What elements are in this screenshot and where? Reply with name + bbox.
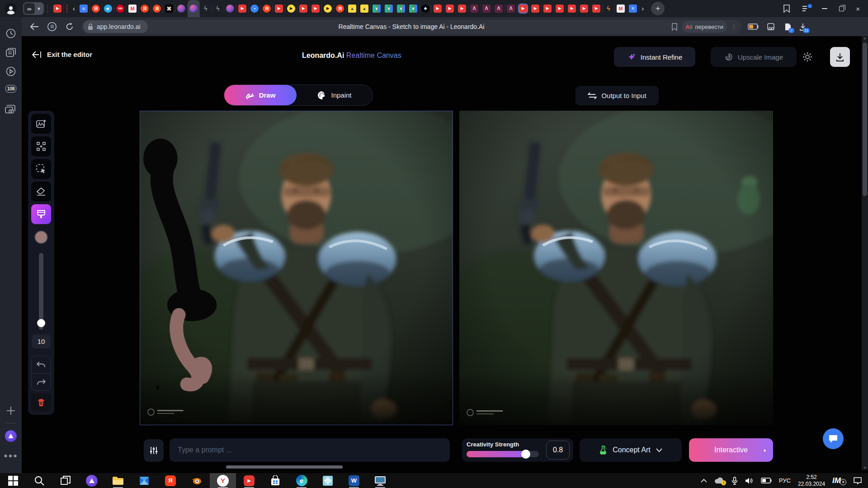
scroll-tabs-left-icon[interactable]: ‹	[73, 5, 75, 12]
tab-list[interactable]: ≡	[627, 0, 639, 17]
creativity-slider-thumb[interactable]	[521, 450, 530, 459]
tab-yt[interactable]: ▶	[310, 0, 322, 17]
inpaint-tab[interactable]: Inpaint	[297, 85, 373, 105]
taskbar-app-alice[interactable]	[79, 473, 105, 488]
taskbar-clock[interactable]: 2:52 22.03.2024	[798, 474, 825, 488]
clear-canvas-button[interactable]	[31, 394, 51, 412]
exit-editor-button[interactable]: Exit the editor	[32, 51, 92, 58]
tab-leo[interactable]	[224, 0, 236, 17]
battery-extension-icon[interactable]	[748, 23, 759, 30]
output-to-input-button[interactable]: Output to Input	[576, 86, 659, 105]
redo-button[interactable]	[31, 373, 51, 390]
tab-book[interactable]: ∨	[383, 0, 395, 17]
tab-yt[interactable]: ▶	[236, 0, 249, 17]
tab-lambda[interactable]: Λ	[493, 0, 505, 17]
brush-size-slider[interactable]	[39, 253, 43, 330]
support-chat-button[interactable]	[823, 428, 844, 449]
volume-icon[interactable]	[745, 477, 754, 484]
tab-ya[interactable]: Я	[139, 0, 151, 17]
close-button[interactable]: ×	[856, 5, 860, 13]
action-center-icon[interactable]	[854, 477, 862, 484]
taskbar-app-task-view[interactable]	[52, 473, 79, 488]
tab-yt[interactable]: ▶	[273, 0, 285, 17]
tab-gmail[interactable]: M	[127, 0, 139, 17]
tab-lambda[interactable]: Λ	[481, 0, 493, 17]
pinned-tab-youtube[interactable]: ▶	[52, 0, 64, 17]
tab-yt[interactable]: ▶	[529, 0, 542, 17]
pattern-grid-tool[interactable]	[31, 136, 51, 156]
clipboard-extension-icon[interactable]	[767, 23, 777, 30]
tab-book[interactable]: ∨	[371, 0, 383, 17]
add-image-tool[interactable]	[31, 114, 51, 134]
vertical-scrollbar[interactable]: ▲ ▼	[862, 36, 868, 470]
tab-ya[interactable]: Я	[90, 0, 102, 17]
download-image-button[interactable]	[830, 47, 850, 67]
scroll-down-arrow[interactable]: ▼	[862, 466, 868, 470]
style-dropdown[interactable]: Concept Art	[580, 438, 682, 462]
tab-chat[interactable]: ▪	[249, 0, 261, 17]
cloud-sync-icon[interactable]: !	[714, 477, 724, 484]
back-icon[interactable]	[30, 23, 39, 30]
side-panel-icon[interactable]	[802, 5, 810, 12]
tab-yt[interactable]: ▶	[590, 0, 603, 17]
tab-ymusic[interactable]: ▶	[285, 0, 297, 17]
tab-yt[interactable]: ▶	[444, 0, 456, 17]
tab-gray[interactable]: ϟ	[212, 0, 224, 17]
tab-yimg[interactable]: ▲	[359, 0, 371, 17]
tray-expand-icon[interactable]	[701, 479, 707, 483]
prompt-input[interactable]	[170, 438, 450, 462]
eraser-tool[interactable]	[31, 182, 51, 202]
bookmark-flag-icon[interactable]	[671, 23, 678, 31]
taskbar-app-mail[interactable]	[131, 473, 157, 488]
translate-button[interactable]: Аб перевести	[682, 21, 727, 33]
tab-yt[interactable]: ▶	[542, 0, 554, 17]
history-icon[interactable]	[0, 28, 22, 39]
tab-yimg[interactable]: ▲	[346, 0, 359, 17]
scroll-up-arrow[interactable]: ▲	[862, 36, 868, 40]
brush-size-slider-thumb[interactable]	[37, 319, 45, 327]
horizontal-scrollbar-thumb[interactable]	[226, 465, 343, 469]
tab-gpt[interactable]: ⌘	[163, 0, 175, 17]
document-extension-icon[interactable]: ✓	[785, 23, 791, 31]
taskbar-app-yandex-browser[interactable]: Y	[210, 473, 236, 488]
tab-yt[interactable]: ▶	[432, 0, 444, 17]
creativity-slider[interactable]	[467, 451, 539, 457]
tab-run[interactable]: ϟ	[603, 0, 615, 17]
kebab-menu-icon[interactable]: ⋮	[731, 24, 737, 30]
tab-docs[interactable]: ≡	[78, 0, 90, 17]
yandex-home-icon[interactable]: Я	[47, 22, 57, 32]
taskbar-app-start[interactable]	[0, 473, 26, 488]
taskbar-app-edge[interactable]: e	[288, 473, 315, 488]
microphone-icon[interactable]	[731, 477, 738, 485]
tab-book[interactable]: ∨	[407, 0, 420, 17]
tab-gray[interactable]: ϟ	[200, 0, 212, 17]
bookmarks-icon[interactable]	[783, 5, 790, 13]
taskbar-app-yandex[interactable]: Я	[157, 473, 184, 488]
alice-assistant-icon[interactable]	[0, 430, 22, 442]
im-tray-icon[interactable]: IM 3	[832, 476, 846, 485]
settings-gear-icon[interactable]	[802, 52, 813, 62]
taskbar-app-word[interactable]: W	[341, 473, 367, 488]
brush-color-swatch[interactable]	[34, 230, 48, 244]
more-options-icon[interactable]: ●●●	[0, 452, 22, 459]
omnibox[interactable]: app.leonardo.ai Realtime Canvas - Sketch…	[81, 19, 741, 34]
tabs-counter-badge[interactable]: 108	[0, 85, 22, 93]
tab-ya[interactable]: Я	[151, 0, 163, 17]
upscale-image-button[interactable]: Upscale Image	[711, 47, 797, 67]
tab-yt[interactable]: ▶	[297, 0, 310, 17]
restore-button[interactable]	[839, 6, 844, 11]
url-pill[interactable]: app.leonardo.ai	[83, 20, 148, 33]
reload-icon[interactable]	[65, 22, 74, 31]
new-tab-button[interactable]: +	[651, 2, 665, 15]
profile-avatar[interactable]	[5, 3, 17, 14]
taskbar-app-youtube[interactable]: ▶	[236, 473, 262, 488]
tab-lambda[interactable]: Λ	[468, 0, 481, 17]
interactive-mode-button[interactable]: Interactive ▲	[689, 438, 773, 462]
advanced-settings-button[interactable]	[144, 439, 164, 462]
tab-lambda[interactable]: Λ	[505, 0, 517, 17]
taskbar-app-explorer[interactable]	[105, 473, 131, 488]
tab-book[interactable]: ∨	[395, 0, 407, 17]
taskbar-app-display[interactable]	[367, 473, 393, 488]
minimize-button[interactable]	[822, 8, 827, 9]
tab-gmail[interactable]: M	[615, 0, 627, 17]
